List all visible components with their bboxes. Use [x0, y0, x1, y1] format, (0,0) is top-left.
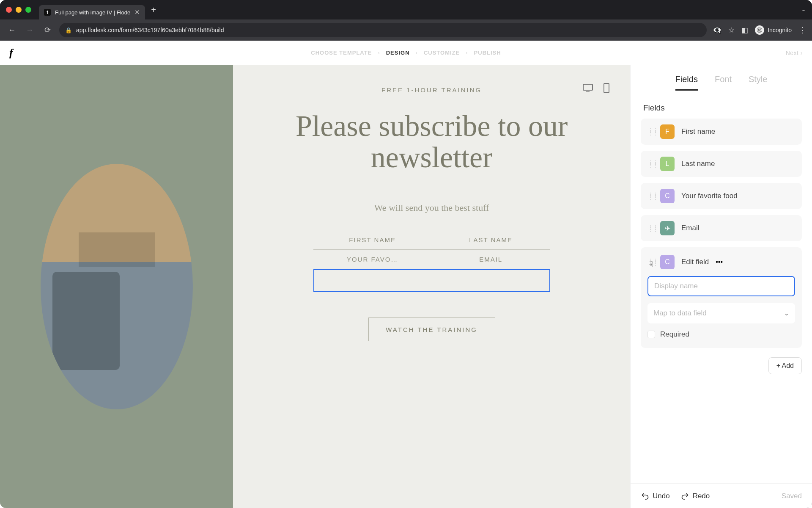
browser-toolbar: ← → ⟳ 🔒 app.flodesk.com/form/6343c197f60…	[0, 19, 812, 41]
drag-handle-icon[interactable]: ⋮⋮⋮⋮	[647, 129, 653, 134]
favicon: f	[44, 9, 51, 16]
subheading[interactable]: We will send you the best stuff	[263, 202, 601, 213]
eye-off-icon[interactable]: 👁‍🗨	[713, 26, 721, 35]
nav-forward-button[interactable]: →	[24, 24, 36, 36]
cursor-icon: ☟	[648, 260, 653, 270]
save-status: Saved	[782, 492, 802, 500]
drag-handle-icon[interactable]: ⋮⋮⋮⋮	[647, 193, 653, 199]
select-label: Map to data field	[653, 309, 707, 318]
field-badge: C	[660, 189, 675, 203]
step-publish[interactable]: PUBLISH	[474, 50, 501, 56]
tabs-overflow-icon[interactable]: ⌄	[801, 7, 806, 12]
panel-title: Fields	[631, 91, 812, 119]
tab-style[interactable]: Style	[749, 75, 767, 91]
app-logo[interactable]: f	[9, 47, 13, 59]
submit-button[interactable]: WATCH THE TRAINING	[368, 318, 495, 341]
address-bar[interactable]: 🔒 app.flodesk.com/form/6343c197f60a3ebbf…	[59, 23, 707, 37]
required-label: Required	[660, 330, 689, 339]
tab-title: Full page with image IV | Flode	[55, 9, 130, 16]
field-item-first-name[interactable]: ⋮⋮⋮⋮ F First name	[641, 119, 802, 145]
form-field-email[interactable]: EMAIL	[432, 250, 550, 269]
edit-field-title: Edit field	[681, 258, 709, 266]
canvas-form-panel: FREE 1-HOUR TRAINING Please subscribe to…	[233, 65, 630, 508]
tab-font[interactable]: Font	[715, 75, 732, 91]
wizard-steps: CHOOSE TEMPLATE › DESIGN › CUSTOMIZE › P…	[0, 50, 812, 56]
svg-rect-2	[604, 83, 609, 93]
redo-button[interactable]: Redo	[681, 492, 710, 500]
svg-rect-0	[583, 84, 593, 90]
map-to-field-select[interactable]: Map to data field ⌄	[647, 303, 795, 323]
star-icon[interactable]: ☆	[728, 26, 735, 35]
window-close[interactable]	[6, 7, 12, 13]
form-selected-field[interactable]	[313, 269, 550, 292]
field-item-favorite-food[interactable]: ⋮⋮⋮⋮ C Your favorite food	[641, 183, 802, 209]
next-button[interactable]: Next ›	[786, 50, 803, 56]
browser-menu-icon[interactable]: ⋮	[798, 25, 806, 35]
canvas-image-panel[interactable]	[0, 65, 233, 508]
form-field-favorite[interactable]: YOUR FAVO…	[313, 250, 432, 269]
chevron-down-icon: ⌄	[784, 310, 789, 317]
mobile-preview-icon[interactable]	[600, 82, 613, 94]
window-titlebar: f Full page with image IV | Flode ✕ + ⌄	[0, 0, 812, 19]
incognito-icon: ㊙	[755, 25, 764, 35]
field-label: First name	[681, 127, 715, 136]
required-checkbox[interactable]: Required	[647, 330, 795, 339]
display-name-input[interactable]	[647, 276, 795, 296]
hero-heading[interactable]: Please subscribe to our newsletter	[263, 110, 601, 173]
window-minimize[interactable]	[16, 7, 22, 13]
step-choose-template[interactable]: CHOOSE TEMPLATE	[311, 50, 372, 56]
properties-sidebar: Fields Font Style Fields ⋮⋮⋮⋮ F First na…	[630, 65, 812, 508]
field-item-last-name[interactable]: ⋮⋮⋮⋮ L Last name	[641, 151, 802, 177]
url-text: app.flodesk.com/form/6343c197f60a3ebbf70…	[76, 27, 224, 33]
drag-handle-icon[interactable]: ⋮⋮⋮⋮	[647, 226, 653, 231]
panel-icon[interactable]: ◧	[741, 26, 748, 35]
hero-image-placeholder	[41, 164, 193, 409]
field-badge: L	[660, 157, 675, 171]
field-label: Last name	[681, 160, 715, 168]
field-more-menu[interactable]: •••	[716, 258, 723, 266]
field-label: Email	[681, 224, 700, 232]
drag-handle-icon[interactable]: ⋮⋮⋮⋮	[647, 161, 653, 166]
field-label: Your favorite food	[681, 192, 738, 200]
form-fields-grid: FIRST NAME LAST NAME YOUR FAVO… EMAIL	[313, 230, 550, 292]
nav-back-button[interactable]: ←	[6, 24, 18, 36]
form-field-first-name[interactable]: FIRST NAME	[313, 230, 432, 249]
browser-tab[interactable]: f Full page with image IV | Flode ✕	[39, 5, 145, 19]
new-tab-button[interactable]: +	[151, 5, 156, 15]
sidebar-tabs: Fields Font Style	[631, 65, 812, 91]
field-badge: C	[660, 255, 675, 269]
incognito-label: Incognito	[768, 27, 792, 33]
form-field-last-name[interactable]: LAST NAME	[432, 230, 550, 249]
nav-reload-button[interactable]: ⟳	[41, 24, 53, 36]
field-badge: F	[660, 124, 675, 139]
lock-icon: 🔒	[65, 27, 72, 33]
eyebrow-text[interactable]: FREE 1-HOUR TRAINING	[263, 86, 601, 94]
add-field-button[interactable]: + Add	[768, 357, 802, 374]
sidebar-footer: Undo Redo Saved	[631, 483, 812, 508]
step-customize[interactable]: CUSTOMIZE	[424, 50, 460, 56]
window-zoom[interactable]	[25, 7, 31, 13]
tab-fields[interactable]: Fields	[675, 75, 698, 91]
checkbox-box	[647, 331, 655, 338]
field-item-email[interactable]: ⋮⋮⋮⋮ ✈ Email	[641, 215, 802, 241]
field-badge: ✈	[660, 221, 675, 235]
desktop-preview-icon[interactable]	[581, 82, 595, 94]
canvas: FREE 1-HOUR TRAINING Please subscribe to…	[0, 65, 630, 508]
undo-button[interactable]: Undo	[641, 492, 670, 500]
app-header: f CHOOSE TEMPLATE › DESIGN › CUSTOMIZE ›…	[0, 41, 812, 65]
edit-field-panel: ☟ ⋮⋮⋮⋮ C Edit field ••• Map to data fiel…	[641, 247, 802, 348]
tab-close-icon[interactable]: ✕	[134, 8, 140, 16]
step-design[interactable]: DESIGN	[386, 50, 410, 56]
